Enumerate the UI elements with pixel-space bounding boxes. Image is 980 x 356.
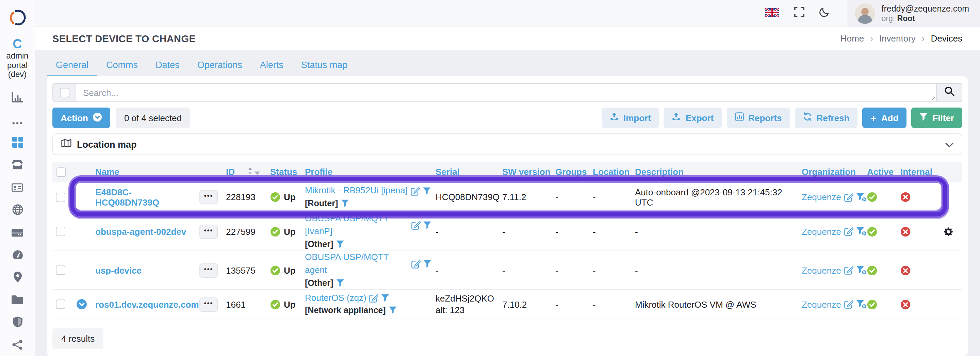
- filter-icon[interactable]: [423, 260, 431, 268]
- tab-status-map[interactable]: Status map: [292, 60, 356, 76]
- sidebar-item-sharing[interactable]: [0, 335, 35, 356]
- device-name-link[interactable]: usp-device: [95, 265, 142, 275]
- profile-link[interactable]: Mikrotik - RB952Ui [ipena]: [305, 185, 408, 198]
- device-name-link[interactable]: ros01.dev.zequenze.com: [95, 299, 199, 309]
- organization-link[interactable]: Zequenze: [802, 227, 841, 237]
- col-header-location[interactable]: Location: [593, 167, 635, 177]
- col-header-serial[interactable]: Serial: [436, 167, 502, 177]
- sidebar-item-storage[interactable]: [0, 222, 35, 245]
- add-button[interactable]: + Add: [862, 108, 907, 128]
- col-header-profile[interactable]: Profile: [305, 167, 436, 177]
- sidebar-item-inbox[interactable]: [0, 155, 35, 177]
- status-up-icon: [270, 227, 280, 237]
- filter-icon[interactable]: [423, 221, 431, 229]
- map-icon: [61, 138, 72, 151]
- edit-icon[interactable]: [411, 221, 421, 230]
- sidebar-item-monitoring[interactable]: [0, 245, 35, 267]
- user-menu[interactable]: freddy@zequenze.com org: Root: [848, 0, 980, 27]
- search-checkbox[interactable]: [60, 88, 69, 98]
- tab-dates[interactable]: Dates: [147, 60, 189, 76]
- edit-icon[interactable]: [411, 259, 421, 269]
- row-checkbox[interactable]: [56, 192, 65, 202]
- col-header-description[interactable]: Description: [635, 167, 802, 177]
- reports-button[interactable]: Reports: [727, 108, 790, 128]
- filter-remove-icon[interactable]: [856, 227, 867, 237]
- edit-icon[interactable]: [369, 293, 379, 303]
- location-map-toggle[interactable]: Location map: [52, 134, 962, 156]
- select-all-checkbox[interactable]: [56, 167, 66, 177]
- edit-icon[interactable]: [844, 299, 853, 309]
- search-input[interactable]: [76, 83, 937, 102]
- filter-remove-icon[interactable]: [856, 192, 867, 202]
- filter-remove-icon[interactable]: [856, 299, 867, 309]
- action-button[interactable]: Action: [52, 108, 111, 128]
- filter-icon[interactable]: [340, 200, 349, 208]
- device-groups: -: [555, 192, 593, 202]
- sidebar-item-files[interactable]: [0, 290, 35, 312]
- row-settings-gear-icon[interactable]: [943, 227, 953, 237]
- filter-icon[interactable]: [388, 307, 397, 315]
- row-menu-button[interactable]: •••: [199, 225, 218, 239]
- row-menu-button[interactable]: •••: [199, 190, 218, 205]
- col-header-name[interactable]: Name: [73, 167, 199, 177]
- device-name-link[interactable]: E48D8C-HCQ08DN739Q: [95, 187, 159, 208]
- device-organization-cell: Zequenze: [802, 265, 867, 275]
- breadcrumb-inventory[interactable]: Inventory: [879, 34, 916, 44]
- language-flag-button[interactable]: [765, 7, 780, 19]
- tab-comms[interactable]: Comms: [97, 60, 147, 76]
- edit-icon[interactable]: [410, 186, 420, 196]
- sidebar-item-more[interactable]: [0, 110, 35, 132]
- row-checkbox[interactable]: [56, 227, 65, 237]
- col-header-id[interactable]: ID: [226, 167, 270, 177]
- profile-link[interactable]: OBUSPA USP/MQTT agent: [305, 251, 408, 277]
- resize-grip-icon[interactable]: [929, 94, 935, 100]
- fullscreen-button[interactable]: [795, 7, 805, 20]
- organization-link[interactable]: Zequenze: [802, 192, 841, 202]
- refresh-button[interactable]: Refresh: [795, 108, 858, 128]
- row-checkbox[interactable]: [56, 299, 65, 309]
- filter-icon[interactable]: [382, 294, 390, 302]
- organization-link[interactable]: Zequenze: [802, 299, 841, 309]
- filter-icon[interactable]: [336, 240, 344, 248]
- sidebar-item-network[interactable]: [0, 200, 35, 222]
- row-menu-button[interactable]: •••: [199, 263, 218, 277]
- app-logo-icon[interactable]: [8, 8, 27, 27]
- tab-alerts[interactable]: Alerts: [251, 60, 292, 76]
- organization-link[interactable]: Zequenze: [802, 265, 841, 275]
- tab-general[interactable]: General: [47, 60, 97, 76]
- sidebar-item-charts[interactable]: [0, 87, 35, 110]
- sidebar-item-devices[interactable]: [0, 132, 35, 155]
- brand-letter: C: [6, 37, 28, 51]
- dark-mode-button[interactable]: [820, 7, 830, 20]
- edit-icon[interactable]: [844, 265, 853, 275]
- sidebar-item-security[interactable]: [0, 312, 35, 335]
- device-name-link[interactable]: obuspa-agent-002dev: [95, 227, 186, 237]
- edit-icon[interactable]: [844, 192, 853, 202]
- sort-icon[interactable]: [248, 167, 253, 177]
- row-checkbox[interactable]: [56, 265, 65, 275]
- col-header-active[interactable]: Active: [867, 167, 900, 177]
- ellipsis-icon: [12, 115, 22, 127]
- import-button[interactable]: Import: [601, 108, 659, 128]
- expand-row-icon[interactable]: [76, 299, 87, 310]
- tab-operations[interactable]: Operations: [189, 60, 251, 76]
- col-header-sw-version[interactable]: SW version: [502, 167, 555, 177]
- col-header-groups[interactable]: Groups: [555, 167, 593, 177]
- search-button[interactable]: [937, 83, 962, 102]
- column-menu-caret-icon[interactable]: [255, 167, 260, 177]
- sidebar-item-locations[interactable]: [0, 267, 35, 290]
- filter-icon[interactable]: [423, 187, 431, 195]
- row-menu-button[interactable]: •••: [199, 297, 218, 312]
- edit-icon[interactable]: [844, 227, 853, 237]
- profile-link[interactable]: RouterOS (zqz): [305, 292, 366, 305]
- col-header-internal[interactable]: Internal: [900, 167, 943, 177]
- sidebar-item-contacts[interactable]: [0, 177, 35, 200]
- filter-button[interactable]: Filter: [911, 108, 962, 128]
- col-header-organization[interactable]: Organization: [802, 167, 867, 177]
- filter-icon[interactable]: [336, 279, 344, 287]
- profile-link[interactable]: OBUSPA USP/MQTT [IvanP]: [305, 213, 408, 238]
- breadcrumb-home[interactable]: Home: [840, 34, 864, 44]
- export-button[interactable]: Export: [664, 108, 722, 128]
- filter-remove-icon[interactable]: [856, 265, 867, 275]
- col-header-status[interactable]: Status: [270, 167, 305, 177]
